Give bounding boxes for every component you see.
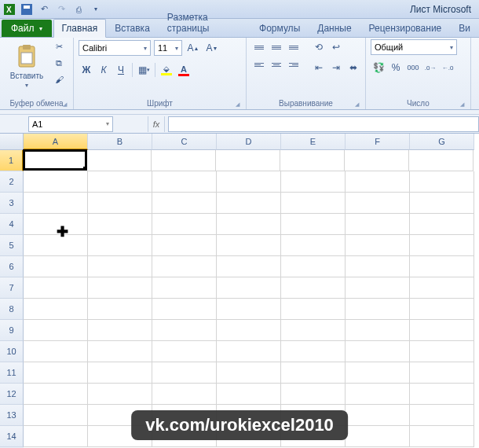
column-header[interactable]: G bbox=[410, 134, 474, 150]
column-header[interactable]: F bbox=[346, 134, 410, 150]
wrap-text-icon[interactable]: ↩ bbox=[328, 39, 344, 55]
cell[interactable] bbox=[410, 384, 474, 405]
bold-button[interactable]: Ж bbox=[79, 62, 94, 78]
number-format-combo[interactable]: Общий bbox=[371, 39, 457, 55]
cell[interactable] bbox=[281, 214, 346, 235]
cell[interactable] bbox=[346, 341, 410, 362]
cell[interactable] bbox=[281, 193, 346, 214]
cell[interactable] bbox=[281, 320, 346, 341]
cell[interactable] bbox=[346, 362, 410, 384]
tab-review[interactable]: Рецензирование bbox=[360, 19, 451, 37]
cell[interactable] bbox=[88, 235, 152, 256]
excel-icon[interactable]: X bbox=[3, 3, 16, 16]
cell[interactable] bbox=[24, 362, 88, 384]
cell[interactable] bbox=[217, 277, 281, 299]
decrease-font-icon[interactable]: A▼ bbox=[204, 40, 220, 56]
border-icon[interactable]: ▦▾ bbox=[136, 62, 152, 78]
row-header[interactable]: 6 bbox=[0, 256, 24, 277]
tab-page-layout[interactable]: Разметка страницы bbox=[159, 8, 250, 37]
cell[interactable] bbox=[152, 341, 217, 362]
cell[interactable] bbox=[346, 384, 410, 405]
cell[interactable] bbox=[152, 320, 217, 341]
cell[interactable] bbox=[281, 362, 346, 384]
row-header[interactable]: 7 bbox=[0, 277, 24, 299]
tab-data[interactable]: Данные bbox=[309, 19, 360, 37]
cell[interactable] bbox=[345, 150, 409, 171]
font-color-icon[interactable]: A bbox=[176, 62, 192, 78]
cell[interactable] bbox=[410, 341, 474, 362]
cell[interactable] bbox=[217, 341, 281, 362]
align-middle-icon[interactable] bbox=[269, 39, 284, 55]
cell[interactable] bbox=[24, 214, 88, 235]
cell[interactable] bbox=[88, 214, 152, 235]
cell[interactable] bbox=[24, 193, 88, 214]
column-header[interactable]: E bbox=[281, 134, 346, 150]
cell[interactable] bbox=[152, 384, 217, 405]
fx-icon[interactable]: fx bbox=[148, 116, 165, 132]
row-header[interactable]: 14 bbox=[0, 426, 24, 447]
select-all-corner[interactable] bbox=[0, 134, 24, 150]
cell[interactable] bbox=[24, 341, 88, 362]
tab-insert[interactable]: Вставка bbox=[106, 19, 159, 37]
cell[interactable] bbox=[152, 256, 217, 277]
orientation-icon[interactable]: ⟲ bbox=[311, 39, 327, 55]
fill-color-icon[interactable]: ⬙ bbox=[159, 62, 174, 78]
cell[interactable] bbox=[88, 277, 152, 299]
cell[interactable] bbox=[346, 426, 410, 447]
formula-input[interactable] bbox=[168, 116, 479, 132]
undo-icon[interactable]: ↶ bbox=[38, 3, 50, 16]
row-header[interactable]: 2 bbox=[0, 171, 24, 193]
cell[interactable] bbox=[410, 171, 474, 193]
increase-indent-icon[interactable]: ⇥ bbox=[328, 60, 344, 75]
cell[interactable] bbox=[152, 235, 217, 256]
format-painter-icon[interactable]: 🖌 bbox=[52, 72, 66, 86]
print-icon[interactable]: ⎙ bbox=[72, 3, 85, 16]
row-header[interactable]: 8 bbox=[0, 299, 24, 320]
paste-button[interactable]: Вставить ▾ bbox=[5, 39, 49, 94]
cells-grid[interactable]: ✚ bbox=[24, 150, 479, 447]
cell[interactable] bbox=[217, 256, 281, 277]
align-bottom-icon[interactable] bbox=[286, 39, 302, 55]
row-header[interactable]: 13 bbox=[0, 405, 24, 426]
tab-home[interactable]: Главная bbox=[53, 19, 107, 38]
cell[interactable] bbox=[281, 256, 346, 277]
cell[interactable] bbox=[281, 341, 346, 362]
cell[interactable] bbox=[281, 277, 346, 299]
cell[interactable] bbox=[152, 171, 217, 193]
cell[interactable] bbox=[216, 150, 280, 171]
tab-file[interactable]: Файл bbox=[2, 20, 52, 37]
cell[interactable] bbox=[217, 214, 281, 235]
cell[interactable] bbox=[24, 171, 88, 193]
row-header[interactable]: 12 bbox=[0, 384, 24, 405]
cell[interactable] bbox=[217, 362, 281, 384]
increase-decimal-icon[interactable]: .0→ bbox=[422, 60, 438, 75]
cell[interactable] bbox=[24, 299, 88, 320]
column-header[interactable]: B bbox=[88, 134, 152, 150]
cut-icon[interactable]: ✂ bbox=[52, 39, 66, 53]
row-header[interactable]: 3 bbox=[0, 193, 24, 214]
save-icon[interactable] bbox=[20, 3, 33, 16]
cell[interactable] bbox=[281, 299, 346, 320]
row-header[interactable]: 9 bbox=[0, 320, 24, 341]
cell[interactable] bbox=[346, 405, 410, 426]
align-center-icon[interactable] bbox=[269, 57, 284, 72]
cell[interactable] bbox=[410, 277, 474, 299]
cell[interactable] bbox=[152, 362, 217, 384]
decrease-indent-icon[interactable]: ⇤ bbox=[311, 60, 327, 75]
decrease-decimal-icon[interactable]: ←.0 bbox=[440, 60, 455, 75]
cell[interactable] bbox=[410, 235, 474, 256]
cell[interactable] bbox=[88, 299, 152, 320]
cell[interactable] bbox=[281, 235, 346, 256]
italic-button[interactable]: К bbox=[96, 62, 112, 78]
tab-view[interactable]: Ви bbox=[450, 19, 479, 37]
increase-font-icon[interactable]: A▲ bbox=[185, 40, 201, 56]
row-header[interactable]: 4 bbox=[0, 214, 24, 235]
cell[interactable] bbox=[24, 256, 88, 277]
cell[interactable] bbox=[87, 150, 152, 171]
cell[interactable] bbox=[346, 320, 410, 341]
column-header[interactable]: C bbox=[152, 134, 217, 150]
cell[interactable] bbox=[152, 150, 216, 171]
merge-icon[interactable]: ⬌ bbox=[346, 60, 361, 75]
redo-icon[interactable]: ↷ bbox=[55, 3, 68, 16]
cell[interactable] bbox=[410, 426, 474, 447]
